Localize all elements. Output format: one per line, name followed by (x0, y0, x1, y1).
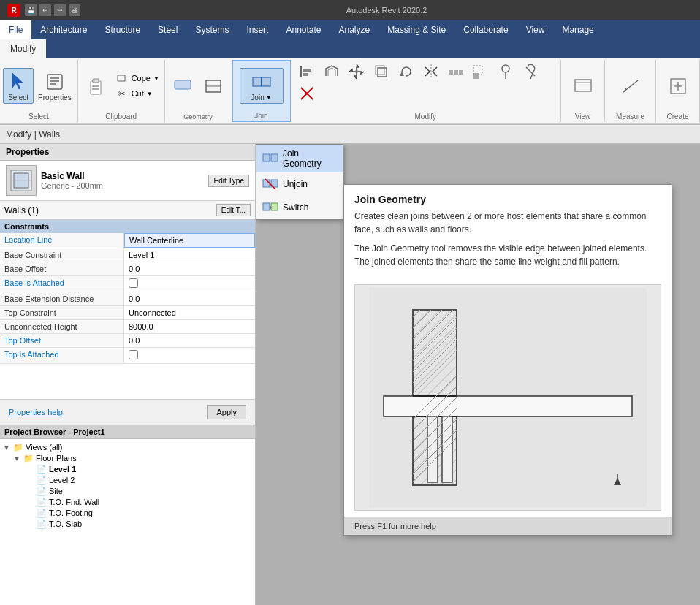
menu-manage[interactable]: Manage (553, 20, 602, 39)
delete-button[interactable] (295, 83, 319, 104)
select-buttons: Select Properties (3, 61, 75, 121)
tree-item-views-all[interactable]: ▼ 📁 Views (all) (0, 442, 255, 453)
save-icon[interactable]: 💾 (25, 4, 37, 16)
edit-type-btn-2[interactable]: Edit T... (216, 204, 251, 216)
cut-dropdown[interactable]: ▼ (147, 91, 153, 97)
base-attached-label: Base is Attached (0, 276, 124, 292)
tree-item-to-footing[interactable]: 📄 T.O. Footing (0, 508, 255, 519)
svg-rect-56 (427, 416, 438, 482)
tree-toggle-floor-plans[interactable]: ▼ (13, 454, 23, 463)
tab-modify[interactable]: Modify (0, 39, 46, 58)
tooltip-desc2: The Join Geometry tool removes the visib… (354, 242, 661, 268)
tree-item-level-1[interactable]: 📄 Level 1 (0, 464, 255, 475)
geometry-btn-2[interactable] (199, 73, 228, 99)
location-line-value[interactable]: Wall Centerline (124, 233, 255, 248)
dropdown-item-unjoin[interactable]: Unjoin (256, 172, 343, 196)
type-info: Basic Wall Generic - 200mm (41, 171, 204, 190)
menu-steel[interactable]: Steel (149, 20, 186, 39)
array-button[interactable] (444, 61, 468, 82)
svg-rect-23 (454, 70, 458, 75)
tree-item-to-slab[interactable]: 📄 T.O. Slab (0, 519, 255, 530)
menu-architecture[interactable]: Architecture (31, 20, 96, 39)
unpin-button[interactable] (519, 61, 542, 82)
menu-annotate[interactable]: Annotate (277, 20, 330, 39)
create-btn[interactable] (663, 73, 693, 99)
svg-rect-16 (303, 73, 308, 76)
plan-icon-slab: 📄 (37, 520, 47, 529)
paste-icon (84, 75, 107, 98)
offset-button[interactable] (320, 61, 343, 82)
menu-structure[interactable]: Structure (96, 20, 149, 39)
tree-toggle-views[interactable]: ▼ (3, 444, 13, 452)
top-attached-checkbox[interactable] (129, 350, 138, 359)
svg-marker-0 (12, 73, 23, 89)
rotate-button[interactable] (395, 61, 418, 82)
svg-rect-12 (262, 77, 270, 86)
scale-button[interactable] (469, 61, 492, 82)
switch-label: Switch (283, 202, 308, 213)
base-attached-checkbox[interactable] (129, 278, 138, 288)
pin-icon (497, 63, 514, 80)
top-attached-value[interactable] (124, 348, 255, 363)
delete-icon (298, 85, 316, 102)
join-button[interactable]: Join ▼ (240, 68, 284, 104)
unjoin-label: Unjoin (283, 179, 308, 189)
svg-rect-47 (263, 203, 270, 210)
modify-walls-label: Modify | Walls (6, 129, 60, 140)
print-icon[interactable]: 🖨 (69, 4, 80, 16)
align-icon (298, 63, 316, 80)
menu-view[interactable]: View (517, 20, 554, 39)
edit-type-button[interactable]: Edit Type (208, 175, 249, 187)
apply-button[interactable]: Apply (207, 405, 246, 419)
undo-icon[interactable]: ↩ (39, 4, 51, 16)
tree-item-to-fnd-wall[interactable]: 📄 T.O. Fnd. Wall (0, 497, 255, 508)
pin-button[interactable] (494, 61, 517, 82)
menu-massing[interactable]: Massing & Site (378, 20, 454, 39)
redo-icon[interactable]: ↪ (54, 4, 66, 16)
select-icon (7, 70, 30, 94)
mirror-button[interactable] (419, 61, 443, 82)
cut-button[interactable]: ✂ Cut ▼ (113, 86, 161, 101)
tree-item-floor-plans[interactable]: ▼ 📁 Floor Plans (0, 453, 255, 464)
copy-button[interactable] (370, 61, 393, 82)
switch-icon (262, 199, 278, 216)
join-dropdown-arrow[interactable]: ▼ (266, 94, 272, 101)
select-button[interactable]: Select (3, 68, 34, 104)
base-ext-value: 0.0 (124, 292, 255, 305)
tree-item-level-2[interactable]: 📄 Level 2 (0, 475, 255, 486)
ribbon-group-create: Create (656, 60, 700, 122)
svg-rect-10 (175, 80, 191, 89)
view-btn[interactable] (568, 73, 598, 99)
properties-button[interactable]: Properties (35, 69, 75, 103)
svg-rect-22 (449, 70, 453, 75)
geometry-btn-1[interactable] (168, 73, 197, 99)
dropdown-item-join-geometry[interactable]: Join Geometry (256, 145, 343, 172)
move-button[interactable] (345, 61, 368, 82)
app-title: Autodesk Revit 2020.2 (80, 6, 693, 15)
menu-systems[interactable]: Systems (186, 20, 237, 39)
plan-icon-fnd: 📄 (37, 498, 47, 507)
canvas-area[interactable]: Join Geometry Unjoin (256, 144, 700, 605)
menu-collaborate[interactable]: Collaborate (454, 20, 517, 39)
cut-label: Cut (132, 89, 144, 98)
menu-file[interactable]: File (0, 20, 31, 39)
svg-line-35 (625, 88, 626, 89)
dropdown-item-switch[interactable]: Switch (256, 196, 343, 219)
ribbon-content: Select Properties Select (0, 58, 700, 124)
tooltip-diagram (354, 284, 661, 511)
tree-item-site[interactable]: 📄 Site (0, 486, 255, 497)
cope-button[interactable]: Cope ▼ (113, 71, 161, 85)
measure-btn[interactable] (616, 73, 645, 99)
properties-icon (43, 70, 66, 94)
top-offset-value: 0.0 (124, 334, 255, 347)
svg-rect-57 (442, 416, 452, 482)
constraints-section: Constraints Location Line Wall Centerlin… (0, 220, 255, 399)
cope-dropdown[interactable]: ▼ (153, 75, 159, 82)
paste-button[interactable] (81, 73, 110, 99)
base-attached-value[interactable] (124, 276, 255, 292)
align-button[interactable] (295, 61, 319, 82)
properties-help-link[interactable]: Properties help (3, 405, 69, 419)
menu-insert[interactable]: Insert (237, 20, 277, 39)
menu-analyze[interactable]: Analyze (330, 20, 379, 39)
svg-rect-18 (378, 68, 387, 77)
